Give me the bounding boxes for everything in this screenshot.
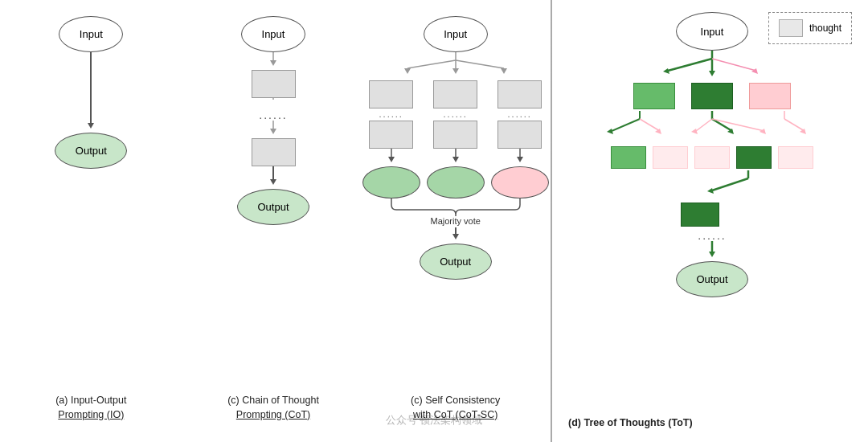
sc-dots2: ...... — [444, 110, 468, 119]
tot-node-3-1 — [681, 203, 719, 227]
cot-dots-arrow — [268, 98, 278, 109]
svg-marker-33 — [607, 129, 613, 134]
svg-marker-48 — [707, 188, 714, 194]
svg-line-41 — [712, 119, 764, 131]
sc-dots3: ...... — [508, 110, 532, 119]
svg-marker-17 — [388, 157, 395, 162]
svg-marker-23 — [452, 234, 459, 239]
svg-line-25 — [668, 59, 712, 71]
tot-level1-arrows — [592, 51, 833, 81]
cot-output-node: Output — [237, 189, 309, 225]
svg-marker-21 — [517, 157, 523, 162]
cot-dots: ...... — [259, 109, 287, 121]
sc-section: Input — [364, 8, 547, 434]
io-output-node: Output — [55, 133, 127, 169]
cot-thought2 — [252, 138, 296, 166]
tot-node-2-3 — [694, 146, 730, 169]
io-arrow — [86, 52, 96, 133]
io-flow: Input Output — [55, 16, 127, 169]
majority-vote-label: Majority vote — [431, 216, 481, 226]
svg-marker-8 — [270, 179, 276, 185]
tot-node-2-1 — [611, 146, 646, 169]
io-section: Input Output (a) Input-Output Prompting … — [0, 8, 182, 434]
svg-marker-28 — [709, 71, 715, 76]
sc-vote2 — [427, 166, 485, 198]
svg-marker-42 — [760, 129, 766, 134]
sc-input-node: Input — [424, 16, 488, 52]
tot-level3-row — [579, 203, 845, 227]
tot-node-2-5 — [778, 146, 813, 169]
tot-bottom: ...... Output — [676, 230, 748, 297]
svg-line-10 — [407, 60, 456, 68]
svg-marker-15 — [501, 68, 507, 74]
sc-flow: Input — [362, 16, 549, 280]
io-caption: (a) Input-Output Prompting (IO) — [55, 387, 126, 422]
tot-caption: (d) Tree of Thoughts (ToT) — [564, 416, 860, 431]
svg-marker-1 — [88, 123, 94, 129]
sc-col2: ...... — [427, 80, 485, 198]
sc-thought2-2 — [433, 121, 477, 149]
cot-arrow1 — [268, 52, 278, 70]
left-panel: Input Output (a) Input-Output Prompting … — [0, 0, 547, 442]
sc-brace-svg — [383, 198, 528, 216]
sc-thought1-2 — [369, 121, 413, 149]
tot-node-1-2 — [691, 83, 733, 109]
tot-dots: ...... — [698, 230, 726, 241]
sc-fanout — [383, 52, 528, 80]
sc-col1: ...... — [362, 80, 420, 198]
io-input-node: Input — [59, 16, 123, 52]
cot-caption: (c) Chain of Thought Prompting (CoT) — [227, 387, 319, 422]
tot-level2-row — [579, 146, 845, 169]
svg-marker-26 — [663, 68, 669, 74]
sc-brace-area: Majority vote Output — [362, 198, 549, 280]
cot-input-node: Input — [241, 16, 305, 52]
svg-marker-6 — [270, 129, 276, 134]
tot-node-1-3 — [749, 83, 791, 109]
tot-level2-arrows — [579, 111, 845, 145]
sc-thought3-2 — [497, 121, 542, 149]
cot-flow: Input ...... — [237, 16, 309, 225]
cot-arrow3 — [268, 166, 278, 189]
svg-marker-38 — [691, 129, 698, 134]
tot-final-arrow — [706, 241, 718, 261]
tot-input-node: Input — [676, 12, 748, 51]
legend-label: thought — [809, 23, 841, 34]
svg-line-44 — [784, 119, 805, 131]
svg-line-32 — [612, 119, 640, 131]
sc-output-arrow — [451, 227, 461, 244]
sc-thought2-1 — [433, 80, 477, 108]
sc-vote1 — [362, 166, 420, 198]
section-divider — [551, 0, 552, 442]
tot-output-node: Output — [676, 261, 748, 297]
svg-marker-11 — [404, 68, 411, 74]
sc-vote3 — [491, 166, 549, 198]
tot-section: thought Input — [556, 0, 868, 442]
tot-level1-row — [592, 83, 833, 109]
sc-thought3-1 — [497, 80, 542, 108]
tot-tree: Input — [564, 12, 860, 410]
cot-thought1 — [252, 70, 296, 98]
sc-col3: ...... — [491, 80, 549, 198]
cot-arrow2 — [268, 121, 278, 138]
svg-marker-19 — [452, 157, 459, 162]
sc-thought1-1 — [369, 80, 413, 108]
svg-line-14 — [456, 60, 504, 68]
sc-output-node: Output — [420, 244, 492, 280]
tot-node-2-2 — [653, 146, 688, 169]
watermark: 公众号 顿法架构领域 — [386, 413, 483, 428]
tot-level3-arrows — [579, 170, 845, 201]
sc-dots1: ...... — [379, 110, 403, 119]
cot-section: Input ...... — [182, 8, 365, 434]
tot-node-2-4 — [736, 146, 772, 169]
svg-line-29 — [712, 59, 756, 71]
svg-line-34 — [640, 119, 660, 131]
main-container: Input Output (a) Input-Output Prompting … — [0, 0, 868, 442]
svg-line-47 — [712, 178, 748, 190]
svg-marker-3 — [270, 60, 276, 66]
sc-columns: ...... ...... — [362, 80, 549, 198]
tot-legend: thought — [768, 12, 852, 44]
svg-marker-13 — [452, 68, 459, 74]
tot-node-1-1 — [633, 83, 675, 109]
svg-marker-50 — [709, 252, 715, 257]
svg-line-37 — [696, 119, 712, 131]
